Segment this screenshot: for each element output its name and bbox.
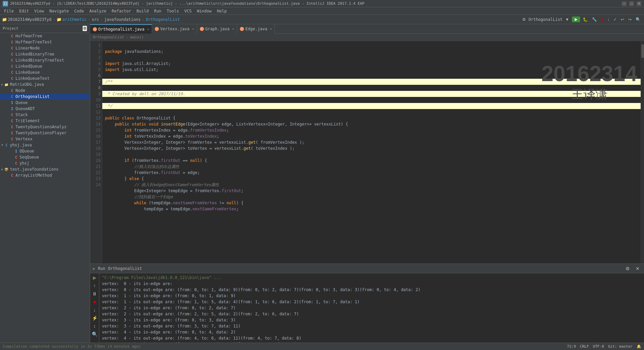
- folder-icon: 📁: [4, 82, 9, 87]
- run-scroll-btn[interactable]: ↕: [91, 322, 98, 330]
- tree-item-testjf[interactable]: ▶ 📦 test.javafoundations: [0, 166, 90, 172]
- menu-build[interactable]: Build: [134, 8, 151, 14]
- run-close-btn[interactable]: ✕: [634, 265, 641, 272]
- tree-item-matrixudg[interactable]: ▶ 📁 MatrixUDG.java: [0, 81, 90, 88]
- run-filter-btn[interactable]: ⚡: [91, 314, 98, 322]
- output-line-5: vertex: 2 - its in-edge are: (from: 0, t…: [102, 305, 641, 311]
- breadcrumb-src[interactable]: src: [92, 17, 99, 22]
- tab-close-graph[interactable]: ✕: [232, 27, 234, 31]
- search-everywhere-btn[interactable]: 🔍: [634, 16, 642, 23]
- run-button[interactable]: ▶: [572, 16, 580, 22]
- menu-edit[interactable]: Edit: [16, 8, 32, 14]
- redo-btn[interactable]: ↪: [627, 16, 633, 23]
- menu-tools[interactable]: Tools: [164, 8, 182, 14]
- tree-item-yhsj[interactable]: ▼ C yhsj.java: [0, 142, 90, 148]
- class-icon: C: [9, 112, 15, 117]
- breadcrumb-method[interactable]: main(): [130, 35, 144, 39]
- tree-item-node[interactable]: C Node: [0, 88, 90, 94]
- line-ending: CRLF: [580, 344, 589, 349]
- close-button[interactable]: ✕: [637, 1, 641, 6]
- menu-window[interactable]: Window: [194, 8, 214, 14]
- tree-item-stack[interactable]: C Stack: [0, 112, 90, 118]
- run-coverage-button[interactable]: 🔧: [591, 16, 598, 23]
- run-pause-btn[interactable]: ⏸: [91, 290, 98, 298]
- breadcrumb-project[interactable]: 20162314Wyx8023Tyd: [8, 17, 51, 22]
- scrollbar-thumb[interactable]: [641, 44, 644, 58]
- code-line-18: fromVertex.firstOut = edge;: [105, 170, 200, 175]
- debug-button[interactable]: 🐛: [581, 16, 589, 23]
- tree-item-orthogonallist[interactable]: C OrthogonalList: [0, 94, 90, 100]
- tree-item-twentyqa[interactable]: C TwentyQuestionsAnalyz: [0, 124, 90, 130]
- run-down-btn[interactable]: ↓: [91, 306, 98, 314]
- tree-item-trielement[interactable]: C TriElement: [0, 118, 90, 124]
- run-rerun-btn[interactable]: ▶: [91, 274, 98, 281]
- notifications-icon[interactable]: 🔔: [637, 344, 641, 349]
- tree-item-arraylistmethod[interactable]: C ArrayListMethod: [0, 172, 90, 178]
- menu-view[interactable]: View: [32, 8, 47, 14]
- editor-scrollbar[interactable]: [641, 41, 644, 264]
- code-line-6: /**: [102, 79, 641, 85]
- breadcrumb-class[interactable]: OrthogonalList: [93, 35, 124, 39]
- tree-item-queueadt[interactable]: I QueueADT: [0, 106, 90, 112]
- class-icon: C: [9, 51, 15, 57]
- tree-item-queue[interactable]: I Queue: [0, 100, 90, 106]
- tree-item-linkedbinarytree[interactable]: C LinkedBinaryTree: [0, 51, 90, 57]
- menu-run[interactable]: Run: [151, 8, 164, 14]
- menu-navigate[interactable]: Navigate: [47, 8, 72, 14]
- tree-item-vertexx[interactable]: C Vertexx: [0, 136, 90, 142]
- run-stop-btn[interactable]: ■: [91, 298, 98, 306]
- run-panel-header: ▶ Run OrthogonalList ⚙ ✕: [90, 264, 644, 273]
- stop-button[interactable]: ■: [600, 16, 605, 23]
- tab-orthogonallist[interactable]: OrthogonalList.java ✕: [90, 24, 152, 34]
- tab-close-edge[interactable]: ✕: [270, 27, 272, 31]
- undo-btn[interactable]: ↩: [619, 16, 625, 23]
- cursor-position[interactable]: 72:9: [567, 344, 576, 349]
- menu-help[interactable]: Help: [214, 8, 229, 14]
- tree-item-linkedqueue[interactable]: C LinkedQueue: [0, 63, 90, 69]
- tree-item-linearnode[interactable]: C LinearNode: [0, 45, 90, 51]
- breadcrumb-javafoundations[interactable]: javafoundations: [104, 17, 141, 22]
- output-line-2: vertex: 0 - its out-edge are: (from: 0, …: [102, 287, 641, 293]
- folder-icon2: 📁: [57, 17, 62, 22]
- tab-edge[interactable]: Edge.java ✕: [237, 24, 275, 34]
- tree-item-huffmantreetest[interactable]: C HuffmanTreeTest: [0, 39, 90, 45]
- run-settings-btn[interactable]: ⚙: [624, 265, 631, 272]
- menu-analyze[interactable]: Analyze: [86, 8, 109, 14]
- tree-item-linkedbinarytreetest[interactable]: C LinkedBinaryTreeTest: [0, 57, 90, 63]
- settings-btn[interactable]: ⚙: [521, 16, 527, 23]
- tree-item-qqueue[interactable]: I QQueue: [0, 148, 90, 154]
- menu-file[interactable]: File: [1, 8, 16, 14]
- run-search-btn[interactable]: 🔍: [91, 330, 98, 338]
- run-config-dropdown[interactable]: ▼: [564, 16, 571, 23]
- menu-refactor[interactable]: Refactor: [109, 8, 134, 14]
- code-content[interactable]: package javafoundations; import java.uti…: [102, 41, 641, 264]
- menu-vcs[interactable]: VCS: [182, 8, 194, 14]
- editor-tabs: OrthogonalList.java ✕ Vertexx.java ✕ Gra…: [90, 24, 644, 34]
- code-line-22: //找到最后一个Edge: [105, 195, 173, 199]
- tree-item-twentyqp[interactable]: C TwentyQuestionsPlayer: [0, 130, 90, 136]
- tree-item-linkequeuetest[interactable]: C LinkeQueueTest: [0, 75, 90, 81]
- code-line-23: while (tempEdge.nextSameFromVertex != nu…: [105, 201, 244, 205]
- maximize-button[interactable]: □: [629, 1, 634, 6]
- output-line-6: vertex: 2 - its out-edge are: (from: 2, …: [102, 311, 641, 317]
- code-line-7: * Created by dell on 2017/11/19.: [102, 91, 641, 97]
- tab-close-orthogonallist[interactable]: ✕: [147, 27, 149, 31]
- run-config-label: OrthogonalList: [529, 17, 563, 22]
- code-line-17: //插入到顶点的出边属性: [105, 164, 179, 169]
- tab-vertexx[interactable]: Vertexx.java ✕: [152, 24, 197, 34]
- vcs-commit-btn[interactable]: ✓: [612, 16, 618, 23]
- code-line-3: import java.util.ArrayList;: [105, 61, 171, 66]
- tab-graph[interactable]: Graph.java ✕: [197, 24, 237, 34]
- breadcrumb-arithmetic[interactable]: arithmetic: [62, 17, 86, 22]
- panel-settings-btn[interactable]: ⚙: [82, 26, 87, 31]
- tree-item-yhsj2[interactable]: C yhsj: [0, 160, 90, 166]
- tree-item-huffmantree[interactable]: C HuffmanTree: [0, 33, 90, 39]
- run-up-btn[interactable]: ↑: [91, 282, 98, 289]
- minimize-button[interactable]: ─: [622, 1, 627, 6]
- tree-item-seqqueue[interactable]: C SeqQueue: [0, 154, 90, 160]
- tab-close-vertexx[interactable]: ✕: [192, 27, 194, 31]
- breadcrumb-orthogonallist[interactable]: OrthogonalList: [146, 17, 180, 22]
- menu-code[interactable]: Code: [72, 8, 87, 14]
- vcs-update-btn[interactable]: ↓: [606, 16, 611, 23]
- tree-item-linkequeue[interactable]: C LinkeQueue: [0, 69, 90, 75]
